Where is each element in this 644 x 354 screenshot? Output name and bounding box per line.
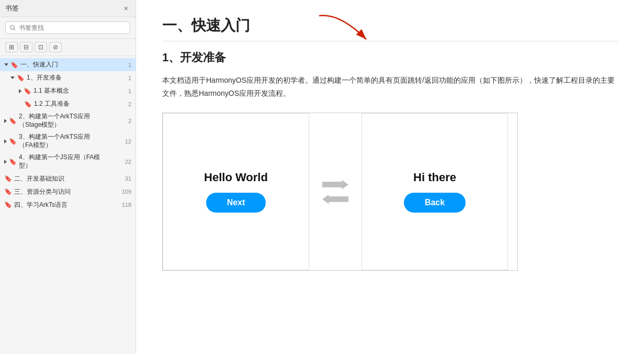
bm-page-2: 1 xyxy=(128,75,131,81)
add-bookmark-btn[interactable]: ⊞ xyxy=(5,42,18,52)
bookmark-icon-6: 🔖 xyxy=(9,138,17,145)
bookmark-item-10[interactable]: 🔖 四、学习ArkTs语言 118 xyxy=(0,198,135,212)
bm-label-6: 3、构建第一个ArkTS应用（FA模型） xyxy=(19,133,103,149)
search-bar xyxy=(0,17,135,39)
bm-page-5: 2 xyxy=(128,118,131,124)
bookmark-item-6[interactable]: 🔖 3、构建第一个ArkTS应用（FA模型） 12 xyxy=(0,131,135,151)
bm-page-3: 1 xyxy=(128,88,131,94)
demo-container: Hello World Next Hi there Back xyxy=(162,113,518,271)
bm-page-6: 12 xyxy=(125,138,131,145)
bookmark-item-1[interactable]: 🔖 一、快速入门 1 xyxy=(0,58,135,71)
red-arrow-icon xyxy=(309,10,392,47)
bookmark-list: 🔖 一、快速入门 1 🔖 1、开发准备 1 🔖 1.1 基本概念 1 🔖 1.2… xyxy=(0,56,135,354)
bookmark-item-2[interactable]: 🔖 1、开发准备 1 xyxy=(0,71,135,84)
triangle-down-icon-2 xyxy=(10,76,15,79)
bm-page-8: 31 xyxy=(125,175,131,182)
bm-label-4: 1.2 工具准备 xyxy=(34,99,70,108)
bookmark-item-8[interactable]: 🔖 二、开发基础知识 31 xyxy=(0,172,135,185)
left-panel: 书签 × ⊞ ⊟ ⊡ ⊘ 🔖 一、快速入门 1 🔖 1、开发准备 xyxy=(0,0,136,354)
bm-page-9: 109 xyxy=(122,189,131,195)
next-button[interactable]: Next xyxy=(206,193,266,213)
search-input-wrap xyxy=(5,21,130,34)
bookmark-icon-7: 🔖 xyxy=(9,158,17,165)
bm-label-10: 四、学习ArkTs语言 xyxy=(14,201,67,209)
bm-label-3: 1.1 基本概念 xyxy=(33,86,69,95)
bookmark-item-7[interactable]: 🔖 4、构建第一个JS应用（FA模型） 22 xyxy=(0,151,135,172)
sub-title: 1、开发准备 xyxy=(162,50,618,65)
bookmark-icon-3: 🔖 xyxy=(24,87,31,95)
bookmark-btn2[interactable]: ⊘ xyxy=(49,42,62,52)
close-button[interactable]: × xyxy=(122,3,130,14)
bm-label-5: 2、构建第一个ArkTS应用（Stage模型） xyxy=(19,113,103,129)
bookmark-icon-5: 🔖 xyxy=(9,117,17,125)
arrow-left-wrapper xyxy=(322,194,348,204)
bookmark-icon-1: 🔖 xyxy=(10,61,18,69)
arrow-left-icon xyxy=(322,194,348,204)
intro-text: 本文档适用于HarmonyOS应用开发的初学者。通过构建一个简单的具有页面跳转/… xyxy=(162,74,618,100)
svg-point-0 xyxy=(10,25,14,29)
bookmark-item-5[interactable]: 🔖 2、构建第一个ArkTS应用（Stage模型） 2 xyxy=(0,110,135,131)
bm-label-2: 1、开发准备 xyxy=(27,73,62,82)
phone2-title: Hi there xyxy=(413,171,456,184)
bm-page-1: 1 xyxy=(128,62,131,68)
arrow-right-icon xyxy=(322,180,348,189)
arrow-right-wrapper xyxy=(322,180,348,189)
demo-phone-1: Hello World Next xyxy=(163,113,309,270)
triangle-right-icon-3 xyxy=(19,89,21,93)
bookmark-item-3[interactable]: 🔖 1.1 基本概念 1 xyxy=(0,84,135,97)
bookmark-icon-2: 🔖 xyxy=(17,74,25,82)
collapse-btn[interactable]: ⊟ xyxy=(20,42,32,52)
panel-title: 书签 xyxy=(5,4,19,13)
bookmark-icon-10: 🔖 xyxy=(4,201,12,208)
bm-page-10: 118 xyxy=(122,202,131,208)
triangle-right-icon-7 xyxy=(4,160,7,164)
bm-page-7: 22 xyxy=(125,159,131,165)
triangle-right-icon-5 xyxy=(4,119,7,123)
right-panel: 一、快速入门 1、开发准备 本文档适用于HarmonyOS应用开发的初学者。通过… xyxy=(136,0,644,354)
triangle-down-icon xyxy=(4,63,8,66)
bm-label-1: 一、快速入门 xyxy=(20,60,58,69)
demo-phone-2: Hi there Back xyxy=(361,113,508,270)
bm-page-4: 2 xyxy=(128,101,131,107)
triangle-right-icon-6 xyxy=(4,139,7,143)
panel-header: 书签 × xyxy=(0,0,135,17)
search-icon xyxy=(10,25,16,31)
phone1-title: Hello World xyxy=(204,171,268,184)
arrow-section xyxy=(309,174,361,209)
page-btn[interactable]: ⊡ xyxy=(35,42,47,52)
svg-line-1 xyxy=(14,29,15,30)
bookmark-icon-8: 🔖 xyxy=(4,175,12,182)
bm-label-8: 二、开发基础知识 xyxy=(14,174,64,183)
bookmark-item-9[interactable]: 🔖 三、资源分类与访问 109 xyxy=(0,185,135,198)
bm-label-7: 4、构建第一个JS应用（FA模型） xyxy=(19,153,103,170)
bm-label-9: 三、资源分类与访问 xyxy=(14,187,71,196)
search-input[interactable] xyxy=(19,24,126,31)
bookmark-icon-4: 🔖 xyxy=(24,101,32,108)
toolbar: ⊞ ⊟ ⊡ ⊘ xyxy=(0,39,135,56)
bookmark-icon-9: 🔖 xyxy=(4,188,12,195)
back-button[interactable]: Back xyxy=(404,193,466,213)
bookmark-item-4[interactable]: 🔖 1.2 工具准备 2 xyxy=(0,97,135,110)
